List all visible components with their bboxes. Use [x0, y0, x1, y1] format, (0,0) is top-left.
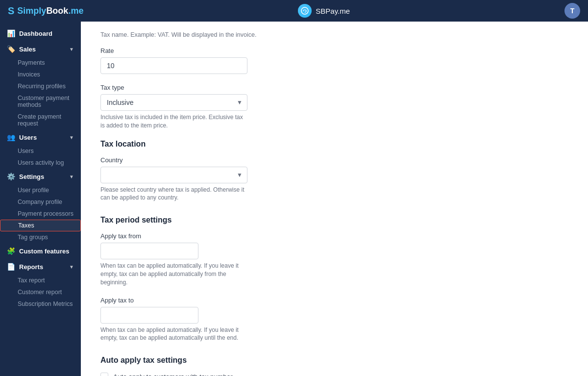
country-select[interactable] [100, 167, 247, 183]
apply-from-hint: When tax can be applied automatically. I… [100, 262, 247, 286]
logo: S SimplyBook.me [8, 5, 83, 17]
sidebar-item-dashboard[interactable]: 📊 Dashboard [0, 25, 81, 41]
apply-to-input[interactable] [100, 307, 198, 324]
sidebar-item-user-profile[interactable]: User profile [0, 184, 81, 196]
country-label: Country [100, 156, 404, 164]
sidebar-item-custom-features[interactable]: 🧩 Custom features [0, 243, 81, 259]
sbpay-label: SBPay.me [316, 7, 350, 15]
sidebar-item-create-payment-request[interactable]: Create payment request [0, 111, 81, 129]
sidebar-item-payment-processors[interactable]: Payment processors [0, 208, 81, 220]
rate-label: Rate [100, 47, 404, 54]
sidebar-item-payments[interactable]: Payments [0, 57, 81, 69]
checkbox-with-tax-number[interactable]: Auto apply to customers with tax number [100, 373, 404, 376]
sidebar-item-settings[interactable]: ⚙️ Settings ▼ [0, 169, 81, 184]
apply-to-field-group: Apply tax to When tax can be applied aut… [100, 297, 404, 343]
sbpay-icon [298, 4, 312, 18]
tax-type-select-wrapper: Inclusive Exclusive ▼ [100, 94, 247, 111]
chevron-down-icon: ▼ [69, 174, 74, 179]
puzzle-icon: 🧩 [7, 247, 15, 255]
user-avatar[interactable]: T [564, 3, 580, 19]
apply-from-label: Apply tax from [100, 232, 404, 240]
checkbox-group: Auto apply to customers with tax number … [100, 373, 404, 376]
chevron-down-icon: ▼ [69, 47, 74, 52]
users-icon: 👥 [7, 133, 15, 141]
checkbox-with-tax-number-box[interactable] [100, 373, 108, 376]
tax-type-field-group: Tax type Inclusive Exclusive ▼ Inclusive… [100, 84, 404, 130]
tax-location-title: Tax location [100, 140, 404, 149]
logo-icon: S [8, 5, 14, 17]
checkbox-with-tax-number-label: Auto apply to customers with tax number [113, 373, 233, 376]
sidebar-item-recurring-profiles[interactable]: Recurring profiles [0, 80, 81, 92]
country-hint: Please select country where tax is appli… [100, 186, 247, 202]
top-hint: Tax name. Example: VAT. Will be displaye… [100, 31, 267, 38]
sidebar-item-reports[interactable]: 📄 Reports ▼ [0, 259, 81, 275]
tax-type-select[interactable]: Inclusive Exclusive [100, 94, 247, 111]
sidebar-item-users-activity-log[interactable]: Users activity log [0, 157, 81, 169]
country-field-group: Country ▼ Please select country where ta… [100, 156, 404, 202]
tax-period-section: Tax period settings Apply tax from When … [100, 216, 404, 342]
tax-type-hint: Inclusive tax is included in the item pr… [100, 113, 247, 130]
tax-type-label: Tax type [100, 84, 404, 91]
apply-to-label: Apply tax to [100, 297, 404, 304]
sidebar: 📊 Dashboard 🏷️ Sales ▼ Payments Invoices… [0, 22, 81, 376]
tag-icon: 🏷️ [7, 45, 15, 53]
chevron-down-icon: ▼ [69, 135, 74, 140]
sidebar-item-customer-payment-methods[interactable]: Customer payment methods [0, 92, 81, 111]
tax-period-title: Tax period settings [100, 216, 404, 225]
svg-point-0 [301, 7, 308, 14]
sidebar-item-sales[interactable]: 🏷️ Sales ▼ [0, 41, 81, 57]
app-header: S SimplyBook.me SBPay.me T [0, 0, 588, 22]
sidebar-item-tax-report[interactable]: Tax report [0, 275, 81, 286]
apply-from-input[interactable] [100, 243, 198, 259]
rate-field-group: Rate [100, 47, 404, 74]
sidebar-item-users[interactable]: 👥 Users ▼ [0, 129, 81, 145]
sidebar-item-taxes[interactable]: Taxes [0, 220, 81, 231]
file-icon: 📄 [7, 263, 15, 271]
gear-icon: ⚙️ [7, 173, 15, 180]
sidebar-item-tag-groups[interactable]: Tag groups [0, 231, 81, 243]
sidebar-item-subscription-metrics[interactable]: Subscription Metrics [0, 298, 81, 310]
tax-location-section: Tax location Country ▼ Please select cou… [100, 140, 404, 202]
header-center: SBPay.me [298, 4, 350, 18]
chart-bar-icon: 📊 [7, 29, 15, 37]
country-select-wrapper: ▼ [100, 167, 247, 183]
apply-from-field-group: Apply tax from When tax can be applied a… [100, 232, 404, 286]
sidebar-item-users-sub[interactable]: Users [0, 145, 81, 157]
rate-input[interactable] [100, 57, 247, 74]
auto-apply-section: Auto apply tax settings Auto apply to cu… [100, 356, 404, 376]
main-content: Tax name. Example: VAT. Will be displaye… [81, 22, 588, 376]
auto-apply-title: Auto apply tax settings [100, 356, 404, 365]
logo-text: SimplyBook.me [17, 6, 83, 16]
sidebar-item-customer-report[interactable]: Customer report [0, 286, 81, 298]
chevron-down-icon: ▼ [69, 264, 74, 270]
sidebar-item-invoices[interactable]: Invoices [0, 69, 81, 80]
apply-to-hint: When tax can be applied automatically. I… [100, 326, 247, 343]
sidebar-item-company-profile[interactable]: Company profile [0, 196, 81, 208]
